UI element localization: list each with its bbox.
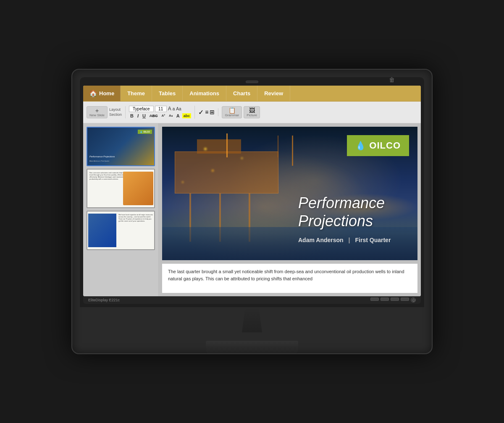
monitor-stand-base (206, 341, 298, 353)
notes-area[interactable]: The last quarter brought a small yet not… (162, 264, 417, 293)
section-button[interactable]: Section (109, 112, 122, 117)
camera (246, 81, 258, 83)
power-button[interactable]: ⏻ (411, 298, 416, 303)
menu-animations-label: Animations (189, 90, 219, 97)
new-slide-icon: ＋ (94, 107, 100, 113)
menu-item-theme[interactable]: Theme (121, 86, 152, 101)
list-icons: ≡ (205, 109, 208, 115)
font-size-small[interactable]: a (173, 107, 175, 111)
menu-charts-label: Charts (233, 90, 250, 97)
camera-bar (83, 81, 421, 83)
picture-icon: 🖼 (249, 107, 255, 113)
font-size-dropdown[interactable]: 11 (155, 106, 167, 112)
home-icon: 🏠 (89, 89, 97, 97)
monitor-outer: 🏠 Home Theme Tables Animations Charts (71, 69, 433, 355)
highlight-button[interactable]: abc (182, 113, 192, 118)
grammar-label: Grammar (225, 113, 239, 117)
notes-text: The last quarter brought a small yet not… (168, 268, 412, 282)
menu-item-charts[interactable]: Charts (226, 86, 257, 101)
slide-content-overlay: Performance Projections Adam Anderson | … (290, 127, 417, 261)
toolbar-group-slide: ＋ New Slide Layout Section (87, 106, 126, 118)
grammar-icon: 📋 (228, 107, 236, 113)
monitor-model-label: EliteDisplay E221c (88, 298, 120, 302)
menu-bar: 🏠 Home Theme Tables Animations Charts (83, 86, 421, 102)
toolbar: ＋ New Slide Layout Section Typeface (83, 102, 421, 123)
picture-button[interactable]: 🖼 Picture (244, 106, 260, 118)
slide-thumb-1[interactable]: 💧 OILCO Performance Projections Adam And… (87, 127, 155, 166)
indent-icon: ⊞ (210, 109, 215, 115)
subscript-button[interactable]: A₂ (168, 113, 174, 118)
typeface-dropdown[interactable]: Typeface (129, 106, 154, 112)
layout-button[interactable]: Layout (109, 107, 122, 112)
monitor-stand-connector (231, 332, 273, 341)
bold-button[interactable]: B (129, 113, 135, 119)
slide-view: 💧 OILCO Performance Projections Adam And… (159, 123, 421, 297)
new-slide-label: New Slide (89, 113, 105, 117)
slide-author: Adam Anderson (298, 237, 344, 243)
slides-panel: 🗑 💧 OILCO Performance Projections (83, 123, 159, 297)
toolbar-group-tools: 📋 Grammar 🖼 Picture (222, 106, 263, 118)
font-match[interactable]: Aa (176, 107, 181, 111)
menu-tables-label: Tables (159, 90, 176, 97)
menu-item-tables[interactable]: Tables (152, 86, 183, 101)
picture-label: Picture (247, 113, 257, 117)
superscript-button[interactable]: A² (160, 113, 166, 118)
font-color-button[interactable]: A (175, 113, 181, 119)
underline-button[interactable]: U (141, 113, 147, 119)
menu-theme-label: Theme (127, 90, 145, 97)
slide-period: First Quarter (355, 237, 391, 243)
menu-home-label: Home (99, 90, 114, 97)
menu-item-animations[interactable]: Animations (183, 86, 226, 101)
new-slide-button[interactable]: ＋ New Slide (87, 106, 108, 118)
monitor-stand-neck (235, 307, 269, 332)
italic-button[interactable]: I (136, 113, 140, 119)
slide-thumb-2[interactable]: Non-corrosive substrates and materials h… (87, 169, 155, 208)
toolbar-sub-group: Layout Section (109, 107, 122, 117)
toolbar-group-font: Typeface 11 A a Aa B I U ABC (129, 106, 195, 119)
toolbar-group-para: ✓ ≡ ⊞ (198, 108, 218, 116)
monitor-btn-2[interactable] (381, 298, 389, 301)
divider-bar: | (349, 237, 350, 243)
screen: 🏠 Home Theme Tables Animations Charts (83, 86, 421, 297)
font-size-up[interactable]: A (168, 106, 171, 112)
monitor-btn-3[interactable] (391, 298, 399, 301)
slide-main-title: Performance Projections (298, 194, 405, 230)
menu-review-label: Review (264, 90, 283, 97)
monitor-bottom-bar: EliteDisplay E221c ⏻ (83, 296, 421, 304)
menu-item-review[interactable]: Review (257, 86, 290, 101)
monitor-btn-1[interactable] (370, 298, 379, 301)
strikethrough-button[interactable]: ABC (148, 113, 159, 118)
spell-icon: ✓ (198, 108, 204, 116)
slide-main: 💧 OILCO Performance Projections Adam And… (162, 127, 417, 261)
grammar-button[interactable]: 📋 Grammar (222, 106, 242, 118)
slide-thumb-3[interactable]: We have local expertise at all major res… (87, 211, 155, 250)
monitor-bezel: 🏠 Home Theme Tables Animations Charts (80, 77, 424, 308)
slide-author-line: Adam Anderson | First Quarter (298, 237, 405, 243)
monitor-btn-4[interactable] (401, 298, 409, 301)
menu-item-home[interactable]: 🏠 Home (83, 86, 121, 101)
